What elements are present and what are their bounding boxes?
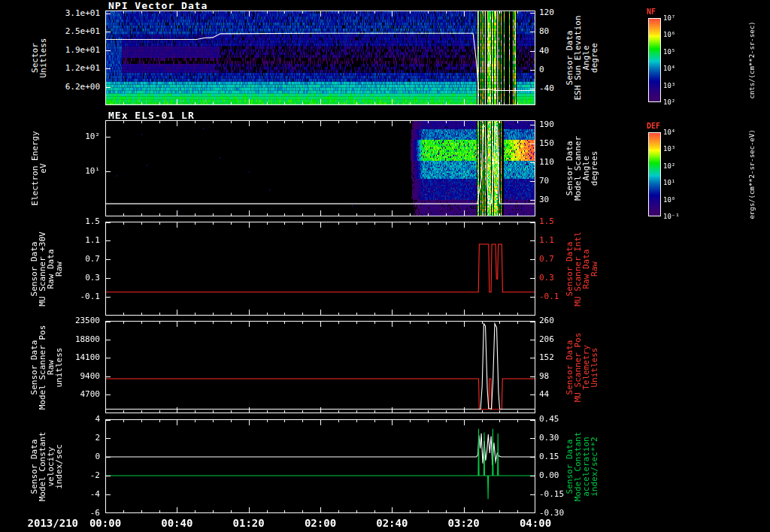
y-tick-label: 1.9e+01 xyxy=(0,46,100,55)
colorbar-tick-label: 10⁻¹ xyxy=(663,213,680,220)
left-axis-label: Electron Energy eV xyxy=(31,120,47,216)
colorbar-def-unit-label: ergs/(cm**2-sr-sec-eV) xyxy=(748,110,756,238)
colorbar-tick-label: 10⁵ xyxy=(663,48,675,56)
colorbar-tick-label: 10⁶ xyxy=(663,31,675,38)
x-tick-label: 02:00 xyxy=(296,517,344,529)
y-tick-label: 0 xyxy=(0,452,100,461)
y-tick-label: 0.7 xyxy=(539,255,554,264)
colorbar-tick-label: 10⁰ xyxy=(663,196,675,204)
y-tick-label: 6.2e+00 xyxy=(0,83,100,92)
y-tick-label: 0.30 xyxy=(539,434,559,443)
colorbar-nf-gradient xyxy=(648,18,661,102)
colorbar-tick-label: 10⁴ xyxy=(663,128,675,136)
y-tick-label: 2.5e+01 xyxy=(0,27,100,36)
y-tick-label: 206 xyxy=(539,335,554,344)
x-tick-label: 02:40 xyxy=(368,517,416,529)
els-spectrogram-canvas[interactable] xyxy=(105,120,535,216)
colorbar-def-title: DEF xyxy=(647,122,660,130)
y-tick-label: 18800 xyxy=(0,335,100,344)
y-tick-label: 150 xyxy=(539,139,554,148)
y-tick-label: 190 xyxy=(539,120,554,129)
y-tick-label: -2 xyxy=(0,471,100,480)
y-tick-label: 44 xyxy=(539,390,549,399)
y-tick-label: 0.3 xyxy=(539,274,554,283)
x-tick-label: 00:40 xyxy=(153,517,201,529)
colorbar-tick-label: 10⁷ xyxy=(663,14,675,22)
y-tick-label: -40 xyxy=(539,84,554,93)
y-tick-label: 10¹ xyxy=(0,167,100,176)
left-axis-label: Sensor Data Model Scanner Pos Raw unitle… xyxy=(30,321,63,413)
panel-title: NPI Vector Data xyxy=(108,0,208,11)
panel-title: MEx ELS-01 LR xyxy=(108,110,195,121)
y-tick-label: 3.1e+01 xyxy=(0,9,100,18)
y-tick-label: 0.15 xyxy=(539,452,559,461)
x-tick-label: 04:00 xyxy=(511,517,559,529)
colorbar-tick-label: 10¹ xyxy=(663,179,675,186)
y-tick-label: 0.00 xyxy=(539,471,559,480)
y-tick-label: 10² xyxy=(0,132,100,141)
y-tick-label: 80 xyxy=(539,27,549,36)
y-tick-label: -4 xyxy=(0,490,100,499)
x-tick-label: 03:20 xyxy=(440,517,488,529)
plot-figure: NPI Vector Data Sector Unitless Sensor D… xyxy=(0,0,770,532)
y-tick-label: 40 xyxy=(539,47,549,56)
right-axis-label: Sensor Data Model Constant acceleration … xyxy=(565,419,599,513)
right-axis-label: Sensor Data MU Scanner Intl Raw Data Raw xyxy=(565,222,599,316)
y-tick-label: 30 xyxy=(539,195,549,204)
y-tick-label: 23500 xyxy=(0,316,100,325)
colorbar-tick-label: 10⁴ xyxy=(663,65,675,72)
y-tick-label: -0.1 xyxy=(0,292,100,301)
x-tick-label: 00:00 xyxy=(81,517,129,529)
y-tick-label: 4 xyxy=(0,415,100,424)
right-axis-label: Sensor Data Model Scanner Angle degrees xyxy=(565,120,599,216)
y-tick-label: 0 xyxy=(539,65,544,74)
y-tick-label: 1.2e+01 xyxy=(0,64,100,73)
colorbar-nf-title: NF xyxy=(647,8,656,16)
y-tick-label: 2 xyxy=(0,434,100,443)
y-tick-label: 14100 xyxy=(0,353,100,362)
scanner-pos-plot-canvas[interactable] xyxy=(105,321,535,413)
date-label: 2013/210 xyxy=(9,517,78,529)
x-tick-label: 01:20 xyxy=(225,517,273,529)
left-axis-label: Sector Unitless xyxy=(31,11,47,105)
y-tick-label: 0.3 xyxy=(0,274,100,283)
y-tick-label: 120 xyxy=(539,8,554,17)
y-tick-label: 110 xyxy=(539,158,554,167)
colorbar-nf-unit-label: cnts/(cm**2-sr-sec) xyxy=(748,0,756,124)
y-tick-label: 1.5 xyxy=(539,217,554,226)
model-constant-plot-canvas[interactable] xyxy=(105,419,535,513)
y-tick-label: 260 xyxy=(539,316,554,325)
right-axis-label: Sensor Data ESH Sun Elevation Angle degr… xyxy=(565,11,599,105)
y-tick-label: -0.1 xyxy=(539,292,559,301)
mu-scanner-raw-plot-canvas[interactable] xyxy=(105,222,535,316)
left-axis-label: Sensor Data Model Constant velocity inde… xyxy=(30,419,63,513)
npi-spectrogram-canvas[interactable] xyxy=(105,11,535,105)
colorbar-tick-label: 10² xyxy=(663,98,675,106)
y-tick-label: 1.1 xyxy=(0,236,100,245)
y-tick-label: 0.7 xyxy=(0,255,100,264)
left-axis-label: Sensor Data MU Scanner +30V Raw Data Raw xyxy=(30,222,63,316)
y-tick-label: 9400 xyxy=(0,372,100,381)
colorbar-tick-label: 10² xyxy=(663,162,675,170)
y-tick-label: 1.5 xyxy=(0,217,100,226)
y-tick-label: -0.15 xyxy=(539,490,564,499)
colorbar-tick-label: 10³ xyxy=(663,82,675,89)
y-tick-label: 0.45 xyxy=(539,415,559,424)
y-tick-label: 152 xyxy=(539,353,554,362)
colorbar-def-gradient xyxy=(648,132,661,216)
y-tick-label: 1.1 xyxy=(539,236,554,245)
y-tick-label: 98 xyxy=(539,372,549,381)
right-axis-label: Sensor Data MU Scanner Pos Telemetry Uni… xyxy=(565,321,599,413)
colorbar-tick-label: 10³ xyxy=(663,145,675,153)
y-tick-label: 70 xyxy=(539,177,549,186)
y-tick-label: 4700 xyxy=(0,390,100,399)
